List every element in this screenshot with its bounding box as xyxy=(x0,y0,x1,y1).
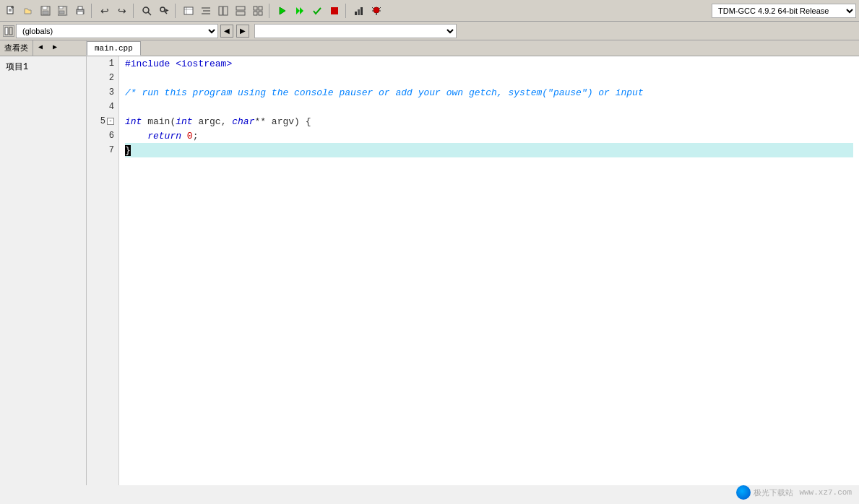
open-file-btn[interactable] xyxy=(20,3,36,19)
svg-line-41 xyxy=(372,7,374,9)
svg-rect-7 xyxy=(59,6,63,9)
print-btn[interactable] xyxy=(72,3,88,19)
editor-area[interactable]: 1 2 3 4 5 - 6 7 #include <iostream> xyxy=(87,56,859,485)
svg-point-39 xyxy=(374,7,379,13)
svg-rect-28 xyxy=(254,6,257,10)
tree-item-project[interactable]: 项目1 xyxy=(3,59,83,74)
watermark-icon xyxy=(736,485,751,500)
panel-toggle-btn[interactable] xyxy=(3,25,14,37)
save-btn[interactable] xyxy=(38,3,53,19)
code-space-1 xyxy=(142,116,147,127)
svg-text:▶: ▶ xyxy=(165,8,169,12)
left-tree: 项目1 xyxy=(0,56,86,485)
scope-dropdown[interactable]: (globals) xyxy=(16,24,218,38)
svg-rect-46 xyxy=(9,27,12,35)
code-text-2 xyxy=(125,73,131,84)
code-line-6: return 0 ; xyxy=(125,129,853,143)
code-kw-return: return xyxy=(147,131,181,142)
code-text-1: #include <iostream> xyxy=(125,58,232,69)
stop-btn[interactable] xyxy=(327,3,342,19)
svg-marker-33 xyxy=(296,7,300,14)
debug-btn[interactable] xyxy=(368,3,384,19)
code-argc: argc, xyxy=(193,116,233,127)
scope-dropdown2[interactable] xyxy=(254,24,457,38)
tab-main-cpp[interactable]: main.cpp xyxy=(87,41,141,56)
grid-btn[interactable] xyxy=(250,3,266,19)
goto-btn[interactable] xyxy=(181,3,197,19)
compiler-select[interactable]: TDM-GCC 4.9.2 64-bit Release xyxy=(712,4,856,18)
left-tabs: 查看类 ◀ ▶ xyxy=(0,40,86,56)
tab-view-class[interactable]: 查看类 xyxy=(0,40,33,56)
compiler-dropdown: TDM-GCC 4.9.2 64-bit Release xyxy=(712,4,856,18)
compile-btn[interactable] xyxy=(275,3,290,19)
svg-rect-12 xyxy=(77,12,83,14)
svg-rect-24 xyxy=(219,6,223,15)
svg-rect-25 xyxy=(223,6,228,15)
scope-nav-next[interactable]: ▶ xyxy=(236,25,249,38)
code-argv: ** argv) { xyxy=(254,116,311,127)
svg-marker-34 xyxy=(300,7,303,14)
svg-rect-29 xyxy=(259,6,262,10)
find-btn[interactable] xyxy=(139,3,155,19)
fold-marker-5[interactable]: - xyxy=(107,118,114,125)
code-line-2 xyxy=(125,71,853,85)
left-nav-next[interactable]: ▶ xyxy=(48,40,61,53)
line-numbers: 1 2 3 4 5 - 6 7 xyxy=(87,56,119,485)
indent-btn[interactable] xyxy=(198,3,214,19)
run-btn[interactable] xyxy=(292,3,308,19)
code-content[interactable]: #include <iostream> /* run this program … xyxy=(119,56,859,485)
linenum-7: 7 xyxy=(87,143,118,157)
check-syntax-btn[interactable] xyxy=(309,3,325,19)
code-zero: 0 xyxy=(187,131,193,142)
save-all-btn[interactable] xyxy=(55,3,71,19)
svg-rect-27 xyxy=(236,12,245,15)
find-next-btn[interactable]: ▶ xyxy=(156,3,172,19)
svg-line-14 xyxy=(148,12,151,15)
svg-line-42 xyxy=(379,7,381,9)
left-nav-prev[interactable]: ◀ xyxy=(34,40,47,53)
linenum-4: 4 xyxy=(87,100,118,114)
code-kw-char: char xyxy=(232,116,254,127)
undo-btn[interactable]: ↩ xyxy=(97,3,113,19)
toggle-layout-btn[interactable] xyxy=(215,3,231,19)
svg-rect-31 xyxy=(259,12,262,15)
scope-nav-prev[interactable]: ◀ xyxy=(220,25,233,38)
tab-main-cpp-label: main.cpp xyxy=(95,44,133,53)
sep5 xyxy=(345,4,348,18)
sep1 xyxy=(91,4,94,18)
left-panel: 查看类 ◀ ▶ 项目1 xyxy=(0,40,87,485)
split-btn[interactable] xyxy=(233,3,249,19)
svg-rect-30 xyxy=(254,12,257,15)
linenum-1: 1 xyxy=(87,56,118,71)
main-toolbar: ↩ ↪ ▶ TDM-GCC 4 xyxy=(0,0,859,22)
sep3 xyxy=(175,4,178,18)
code-space-return xyxy=(181,131,187,142)
editor-tab-bar: main.cpp xyxy=(87,40,859,56)
svg-rect-18 xyxy=(184,7,193,14)
svg-rect-11 xyxy=(78,6,82,9)
sep2 xyxy=(133,4,136,18)
tab-view-label: 查看类 xyxy=(4,43,28,53)
code-line-1: #include <iostream> xyxy=(125,56,853,71)
svg-point-13 xyxy=(143,7,149,13)
code-line-3: /* run this program using the console pa… xyxy=(125,85,853,100)
svg-rect-38 xyxy=(361,7,363,15)
new-file-btn[interactable] xyxy=(3,3,19,19)
watermark-url: www.xz7.com xyxy=(799,488,852,497)
code-semicolon: ; xyxy=(193,131,199,142)
svg-rect-26 xyxy=(236,6,245,10)
code-text-4 xyxy=(125,102,131,113)
code-line-5: int main( int argc, char ** argv) { xyxy=(125,114,853,129)
editor-container: main.cpp 1 2 3 4 5 - 6 7 #inc xyxy=(87,40,859,485)
watermark: 极光下载站 www.xz7.com xyxy=(736,485,852,500)
svg-rect-4 xyxy=(43,6,47,9)
svg-rect-36 xyxy=(355,12,357,15)
chart-btn[interactable] xyxy=(351,3,367,19)
svg-rect-45 xyxy=(5,27,8,35)
svg-rect-35 xyxy=(331,7,338,14)
svg-rect-8 xyxy=(59,11,64,14)
linenum-6: 6 xyxy=(87,129,118,143)
linenum-5: 5 - xyxy=(87,114,118,129)
main-layout: 查看类 ◀ ▶ 项目1 main.cpp 1 2 3 4 5 xyxy=(0,40,859,485)
redo-btn[interactable]: ↪ xyxy=(114,3,130,19)
